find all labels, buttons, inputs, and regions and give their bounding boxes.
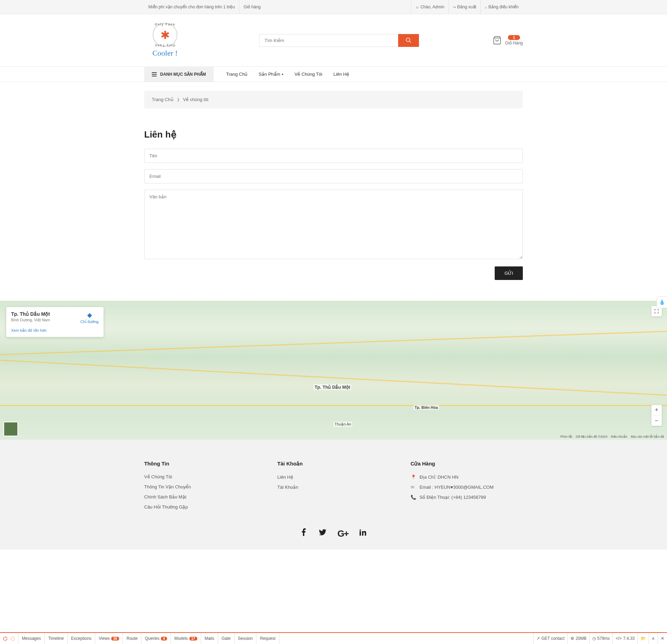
nav-contact[interactable]: Liên Hệ — [328, 67, 355, 82]
svg-line-1 — [410, 41, 411, 43]
footer-email: Email : HYEUN♥3000@GMAIL.COM — [420, 485, 494, 490]
map-label-city2: Tp. Biên Hòa — [413, 405, 439, 410]
footer-heading-account: Tài Khoản — [277, 461, 389, 467]
footer-address: Địa Chỉ: DHCN HN — [420, 474, 459, 480]
topbar-cart-link[interactable]: Giỏ hàng — [239, 0, 265, 14]
nav-products-label: Sản Phẩm — [258, 72, 280, 77]
logo-curve-top: Only Fans — [155, 23, 175, 26]
map-label-city3: Thuận An — [334, 422, 352, 427]
breadcrumb-current: Về chúng tôi — [183, 97, 208, 102]
search-icon — [405, 37, 412, 43]
nav-about[interactable]: Về Chúng Tôi — [289, 67, 328, 82]
nav-categories-toggle[interactable]: DANH MỤC SẢN PHẨM — [144, 67, 214, 82]
twitter-icon[interactable] — [319, 528, 327, 539]
submit-button[interactable]: GỬI — [495, 266, 523, 280]
mail-icon: ✉ — [411, 485, 416, 490]
nav-products[interactable]: Sản Phẩm▾ — [253, 67, 289, 82]
droplet-icon: 💧 — [659, 299, 665, 305]
map-directions-button[interactable]: ◆ Chỉ đường — [81, 311, 99, 324]
map-report-link[interactable]: Báo cáo một lỗi bản đồ — [631, 435, 664, 438]
footer-link-shipping[interactable]: Thông Tin Vận Chuyển — [144, 484, 256, 489]
map-terms-link[interactable]: Điều khoản — [611, 435, 627, 438]
email-input[interactable] — [144, 169, 523, 183]
google-plus-icon[interactable]: G+ — [337, 528, 348, 539]
logo-curve-bottom: Only Fans — [155, 44, 175, 47]
topbar-greeting[interactable]: ☺Chào, Admin — [411, 0, 448, 14]
logo-text: Cooler ! — [153, 49, 178, 58]
logout-icon: ↪ — [453, 5, 456, 9]
chevron-down-icon: ▾ — [282, 73, 283, 76]
name-input[interactable] — [144, 149, 523, 163]
footer-heading-info: Thông Tin — [144, 461, 256, 467]
map-label-city1: Tp. Thủ Dầu Một — [313, 384, 351, 390]
logout-text: Đăng xuất — [457, 5, 476, 9]
fullscreen-icon — [654, 309, 659, 314]
footer-link-about[interactable]: Về Chúng Tôi — [144, 474, 256, 479]
user-icon: ☺ — [415, 5, 419, 9]
cart-count-badge: 1 — [508, 35, 520, 40]
logo[interactable]: Only Fans ✱ Only Fans Cooler ! — [144, 23, 186, 58]
footer-link-contact[interactable]: Liên Hệ — [277, 474, 389, 480]
nav-home[interactable]: Trang Chủ — [221, 67, 253, 82]
footer-phone: Số Điện Thoại: (+84) 123456789 — [420, 495, 486, 500]
phone-icon: 📞 — [411, 495, 416, 500]
cart-link[interactable]: 1 Giỏ Hàng — [493, 35, 523, 46]
map-zoom-controls: + − — [651, 405, 662, 426]
footer-link-faq[interactable]: Câu Hỏi Thường Gặp — [144, 504, 256, 510]
nav-categories-label: DANH MỤC SẢN PHẨM — [160, 72, 206, 77]
search-button[interactable] — [398, 34, 419, 47]
topbar-logout[interactable]: ↪Đăng xuất — [448, 0, 480, 14]
map-zoom-in[interactable]: + — [651, 405, 662, 415]
contact-heading: Liên hệ — [144, 129, 523, 140]
footer-link-privacy[interactable]: Chính Sách Bảo Mật — [144, 494, 256, 499]
logo-circle: Only Fans ✱ Only Fans — [153, 23, 177, 47]
message-textarea[interactable] — [144, 190, 523, 259]
directions-label: Chỉ đường — [81, 320, 99, 324]
floating-badge[interactable]: 💧 — [657, 296, 667, 308]
cart-icon — [493, 36, 502, 45]
breadcrumb: Trang Chủ ❯ Về chúng tôi — [144, 91, 523, 108]
map-card-subtitle: Bình Dương, Việt Nam — [11, 318, 50, 322]
dashboard-icon: ⌂ — [485, 5, 487, 9]
topbar-shipping-info: Miễn phí vận chuyển cho đơn hàng trên 1 … — [144, 0, 239, 14]
search-input[interactable] — [259, 34, 398, 47]
cart-label: Giỏ Hàng — [505, 41, 523, 46]
chevron-right-icon: ❯ — [177, 98, 180, 101]
pin-icon: 📍 — [411, 474, 416, 480]
topbar-dashboard[interactable]: ⌂Bảng điều khiển — [480, 0, 523, 14]
map-data-label: Dữ liệu bản đồ ©2024 — [576, 435, 607, 438]
footer-heading-store: Cửa Hàng — [411, 461, 523, 467]
map-shortcuts-link[interactable]: Phím tắt — [560, 435, 573, 438]
footer-link-account[interactable]: Tài Khoản — [277, 485, 389, 490]
map-zoom-out[interactable]: − — [651, 415, 662, 426]
map-info-card: Tp. Thủ Dầu Một Bình Dương, Việt Nam ◆ C… — [6, 307, 104, 337]
fan-icon: ✱ — [160, 28, 170, 42]
facebook-icon[interactable] — [300, 528, 308, 539]
search-form — [259, 34, 419, 47]
directions-icon: ◆ — [87, 311, 92, 319]
hamburger-icon — [152, 72, 157, 76]
map-card-title: Tp. Thủ Dầu Một — [11, 311, 50, 317]
linkedin-icon[interactable] — [359, 528, 367, 539]
svg-point-0 — [406, 38, 410, 42]
greeting-text: Chào, Admin — [420, 5, 444, 9]
map[interactable]: Tp. Thủ Dầu Một Tp. Biên Hòa Thuận An Tp… — [0, 301, 667, 440]
map-attribution: Phím tắt Dữ liệu bản đồ ©2024 Điều khoản… — [560, 435, 664, 438]
map-satellite-toggle[interactable] — [3, 422, 18, 436]
breadcrumb-home[interactable]: Trang Chủ — [152, 97, 173, 102]
dashboard-text: Bảng điều khiển — [488, 5, 519, 9]
map-view-larger-link[interactable]: Xem bản đồ lớn hơn — [11, 328, 47, 333]
